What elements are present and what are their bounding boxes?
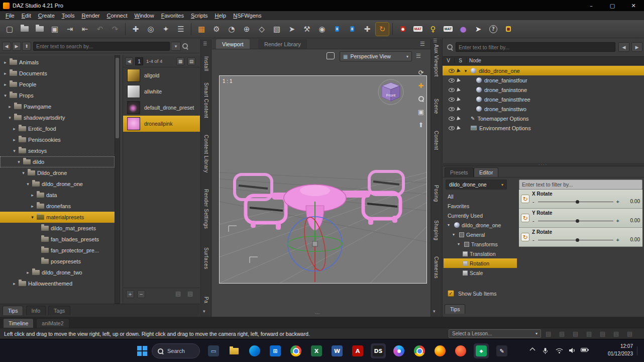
param-group-all[interactable]: All	[444, 192, 517, 201]
scene-node-environment-options[interactable]: Environment Options	[443, 123, 644, 133]
pane-tab-surfaces[interactable]: Surfaces	[203, 247, 209, 269]
col-selectability[interactable]: S	[455, 58, 467, 63]
surface-tool-icon[interactable]: ⚒	[300, 23, 313, 36]
acrobat-icon[interactable]: A	[350, 343, 365, 358]
expander-icon[interactable]: ▸	[12, 137, 17, 142]
expander-icon[interactable]: ▸	[26, 270, 30, 275]
new-scene-icon[interactable]: ▢	[3, 23, 16, 36]
open-scene-icon[interactable]	[18, 23, 31, 36]
scene-node-drone_faninstfour[interactable]: drone_faninstfour	[443, 75, 644, 85]
pan-view-icon[interactable]: ✚	[416, 80, 426, 90]
pane-tab-aux-viewport[interactable]: Aux Viewport	[434, 44, 439, 77]
tree-item-fan_protector_pre...[interactable]: fan_protector_pre...	[0, 245, 115, 256]
add-preset-button[interactable]: +	[126, 290, 134, 298]
orbit-view-icon[interactable]: ⟳	[416, 67, 426, 77]
dock-handle[interactable]: ⋯	[315, 311, 321, 316]
tree-scrollbar[interactable]	[115, 55, 120, 304]
aim-at-icon[interactable]: ◔	[225, 23, 238, 36]
scene-prev-button[interactable]: ◀	[618, 42, 629, 52]
taskbar-clock[interactable]: 12:07 01/12/2023	[595, 342, 633, 357]
tree-item-shadowyartsdirty[interactable]: ▾shadowyartsdirty	[0, 112, 115, 123]
tree-item-Halloweenthemed[interactable]: ▸Halloweenthemed	[0, 278, 115, 289]
viewport-pane-menu-icon[interactable]: ☰	[420, 41, 425, 47]
mat-apply-icon[interactable]: MAT	[442, 23, 455, 36]
show-sub-items-checkbox[interactable]: ✓	[448, 290, 454, 297]
tree-item-People[interactable]: ▸People	[0, 79, 115, 90]
photos-icon[interactable]	[391, 343, 406, 358]
menu-create[interactable]: Create	[35, 12, 58, 20]
pen-app-icon[interactable]: ✎	[494, 343, 509, 358]
param-group-transforms[interactable]: ▾Transforms	[444, 239, 517, 249]
rotate-dial-icon[interactable]: ↻	[521, 233, 529, 241]
tree-item-Erotic_food[interactable]: ▸Erotic_food	[0, 123, 115, 134]
slider-track[interactable]	[538, 202, 613, 202]
tree-item-sextoys[interactable]: ▾sextoys	[0, 145, 115, 156]
firefox-icon[interactable]	[433, 343, 448, 358]
create-primitive-icon[interactable]: ✚	[129, 23, 142, 36]
duplicate-file-icon[interactable]: ▤	[175, 290, 181, 297]
visibility-eye-icon[interactable]	[449, 107, 455, 111]
menu-favorites[interactable]: Favorites	[158, 12, 187, 20]
expander-icon[interactable]: ▾	[463, 68, 468, 73]
expander-icon[interactable]: ▾	[458, 242, 462, 246]
node-connect-icon[interactable]: ◇	[255, 23, 268, 36]
capture-app-icon[interactable]: ◆	[474, 343, 489, 358]
tree-item-data[interactable]: ▸data	[0, 190, 115, 201]
rotate-tool-icon[interactable]: ↻	[376, 23, 389, 36]
selectability-cursor-icon[interactable]	[457, 97, 461, 102]
visibility-eye-icon[interactable]	[449, 126, 455, 130]
pane-tab-shaping[interactable]: Shaping	[434, 220, 439, 240]
undo-icon[interactable]: ↶	[93, 23, 106, 36]
visibility-eye-icon[interactable]	[449, 117, 455, 121]
viewport-layout-icon[interactable]: ▦	[195, 23, 208, 36]
col-node[interactable]: Node	[467, 58, 484, 63]
expander-icon[interactable]: ▾	[17, 159, 21, 164]
tree-item-Dildo_drone[interactable]: ▾Dildo_drone	[0, 167, 115, 178]
menu-file[interactable]: File	[2, 12, 18, 20]
microphone-icon[interactable]	[543, 347, 548, 354]
param-group-scale[interactable]: Scale	[444, 268, 517, 278]
create-light-icon[interactable]: ✦	[159, 23, 172, 36]
list-view-icon[interactable]: ▤	[187, 57, 195, 65]
menu-nsfwgens[interactable]: NSFWgens	[230, 12, 265, 20]
param-group-general[interactable]: ▾General	[444, 230, 517, 239]
excel-icon[interactable]: X	[309, 343, 324, 358]
tab-render-library[interactable]: Render Library	[258, 39, 307, 49]
viewport-options-icon[interactable]: ☰	[416, 53, 421, 59]
pane-tab-content[interactable]: Content	[434, 131, 439, 150]
wifi-icon[interactable]	[556, 347, 563, 353]
tree-item-Props[interactable]: ▾Props	[0, 90, 115, 101]
slider-plus-button[interactable]: +	[616, 199, 619, 205]
axes-tool-icon[interactable]: ⊕	[240, 23, 253, 36]
menu-edit[interactable]: Edit	[18, 12, 35, 20]
expander-icon[interactable]: ▸	[3, 82, 8, 87]
volume-icon[interactable]	[569, 347, 576, 353]
tree-item-fan_blades_presets[interactable]: fan_blades_presets	[0, 234, 115, 245]
pane-tab-posing[interactable]: Posing	[434, 185, 439, 202]
store-icon[interactable]: ⊞	[268, 343, 283, 358]
param-filter-input[interactable]	[519, 179, 642, 190]
pane-menu-icon[interactable]: ☰	[433, 38, 437, 43]
tab-tips[interactable]: Tips	[3, 306, 23, 315]
slider-minus-button[interactable]: -	[532, 237, 534, 243]
preset-item-droneallpink[interactable]: droneallpink	[123, 116, 200, 132]
slider-track[interactable]	[538, 240, 613, 240]
file-explorer-icon[interactable]	[227, 343, 242, 358]
preset-item-default_drone_preset[interactable]: default_drone_preset	[123, 100, 200, 116]
content-search-input[interactable]	[33, 42, 170, 51]
slider-plus-button[interactable]: +	[616, 237, 619, 243]
remove-preset-button[interactable]: −	[137, 290, 145, 298]
expander-icon[interactable]: ▸	[3, 60, 8, 65]
tree-item-dildo_mat_presets[interactable]: dildo_mat_presets	[0, 223, 115, 234]
chrome-icon[interactable]	[288, 343, 303, 358]
menu-tools[interactable]: Tools	[58, 12, 78, 20]
scene-node-tonemapper-options[interactable]: ✎Tonemapper Options	[443, 114, 644, 123]
menu-render[interactable]: Render	[78, 12, 103, 20]
expander-icon[interactable]: ▾	[8, 115, 12, 120]
visibility-eye-icon[interactable]	[449, 88, 455, 92]
expander-icon[interactable]: ▸	[8, 104, 12, 109]
pane-tab-install[interactable]: Install	[203, 56, 209, 71]
search-icon[interactable]	[182, 43, 188, 49]
selectability-cursor-icon[interactable]	[457, 107, 461, 112]
daz-studio-icon[interactable]: DS	[371, 343, 386, 358]
